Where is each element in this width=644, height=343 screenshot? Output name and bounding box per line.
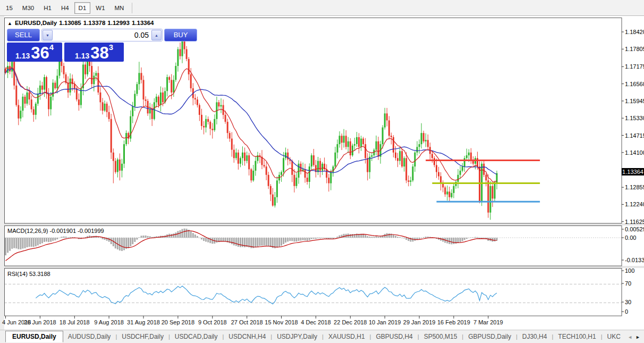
one-click-trading-panel: SELL ▼ ▲ BUY 1.13 36 4 1.13 38 3 [7,29,124,62]
sell-button[interactable]: SELL [7,29,40,41]
time-axis-label: 16 Feb 2019 [437,319,470,325]
ohlc-close: 1.13364 [132,20,154,26]
expand-panel-icon[interactable]: ▲ [7,21,12,26]
price-axis-label: 1.17175 [625,63,644,70]
tab-usdchf-daily[interactable]: USDCHF,Daily [117,331,168,342]
ohlc-open: 1.13085 [59,20,81,26]
sell-price-pip: 4 [49,43,54,51]
price-axis-label: 1.11625 [625,219,644,225]
price-axis-label: 1.12855 [625,184,644,190]
time-axis-label: 29 Jan 2019 [403,319,436,325]
tab-usdjpy-daily[interactable]: USDJPY,Daily [272,331,322,342]
time-axis-label: 9 Aug 2018 [94,319,124,325]
tab-usdcad-daily[interactable]: USDCAD,Daily [170,331,223,342]
time-axis-label: 31 Aug 2018 [127,319,160,325]
price-axis-label: 1.14100 [625,149,644,156]
volume-decrease-button[interactable]: ▼ [43,30,53,40]
time-axis-label: 20 Sep 2018 [162,319,194,325]
macd-axis-label: 0.00 [625,235,636,241]
buy-price-pip: 3 [109,43,113,51]
price-axis-label: 1.16560 [625,81,644,87]
sell-price-main: 36 [31,47,49,60]
tab-usdcnh-h4[interactable]: USDCNH,H4 [224,331,270,342]
buy-price-prefix: 1.13 [75,52,89,60]
mt4-window: 15M30H1H4D1W1MN ▲EURUSD,Daily1.130851.13… [0,0,644,343]
current-price-tag: 1.13364 [622,168,644,175]
tab-gbpusd-daily[interactable]: GBPUSD,Daily [463,331,516,342]
price-axis-label: 1.12240 [625,201,644,207]
tab-scroll-arrows: ◄ ► [624,331,644,343]
price-axis-label: 1.15330 [625,115,644,121]
price-axis-label: 1.15945 [625,98,644,104]
rsi-axis-label: 30 [625,299,631,305]
time-axis-label: 22 Dec 2018 [334,319,367,325]
chart-tabs-bar: EURUSD,DailyAUDUSD,Daily|USDCHF,Daily|US… [0,330,644,343]
time-axis-label: 10 Jan 2019 [369,319,401,325]
time-axis-label: 9 Oct 2018 [198,319,227,325]
chart-title: ▲EURUSD,Daily1.130851.133781.129931.1336… [7,20,156,26]
volume-increase-button[interactable]: ▲ [151,30,162,40]
rsi-axis-label: 100 [625,267,634,274]
buy-button[interactable]: BUY [164,29,197,41]
rsi-indicator-label: RSI(14) 53.3188 [7,271,50,277]
time-axis-label: 7 Mar 2019 [473,319,503,325]
buy-price-display[interactable]: 1.13 38 3 [64,43,124,62]
volume-input[interactable] [53,30,151,40]
sell-price-prefix: 1.13 [15,52,30,60]
time-axis-label: 4 Dec 2018 [301,319,331,325]
macd-indicator-label: MACD(12,26,9) -0.001901 -0.001999 [7,228,104,234]
tab-eurusd-daily[interactable]: EURUSD,Daily [5,331,63,342]
sell-price-display[interactable]: 1.13 36 4 [7,43,62,62]
tab-dj30-h4[interactable]: DJ30,H4 [518,331,552,342]
tab-tech100-h1[interactable]: TECH100,H1 [553,331,600,342]
rsi-axis-label: 0 [625,308,628,315]
rsi-axis-label: 70 [625,280,631,287]
price-axis-label: 1.14715 [625,132,644,139]
tab-scroll-left-icon[interactable]: ◄ [628,334,632,340]
chart-symbol-period: EURUSD,Daily [15,20,57,26]
time-axis-label: 18 Jul 2018 [60,319,90,325]
price-axis-label: 1.17805 [625,46,644,52]
ohlc-high: 1.13378 [83,20,106,26]
time-axis-label: 26 Jun 2018 [24,319,56,325]
volume-control: ▼ ▲ [41,29,163,41]
macd-axis-label: -0.013317 [625,257,644,263]
tab-ukc[interactable]: UKC [603,331,625,342]
tab-sp500-m15[interactable]: SP500,M15 [419,331,462,342]
time-axis-label: 15 Nov 2018 [265,319,298,325]
macd-axis-label: 0.005292 [625,226,644,232]
tab-scroll-right-icon[interactable]: ► [635,334,640,340]
tab-xauusd-h1[interactable]: XAUUSD,H1 [324,331,370,342]
ohlc-low: 1.12993 [107,20,130,26]
tab-audusd-daily[interactable]: AUDUSD,Daily [63,331,116,342]
price-axis-label: 1.18420 [625,29,644,35]
buy-price-main: 38 [90,47,108,60]
time-axis-label: 27 Oct 2018 [231,319,263,325]
tab-gbpusd-h4[interactable]: GBPUSD,H4 [371,331,417,342]
